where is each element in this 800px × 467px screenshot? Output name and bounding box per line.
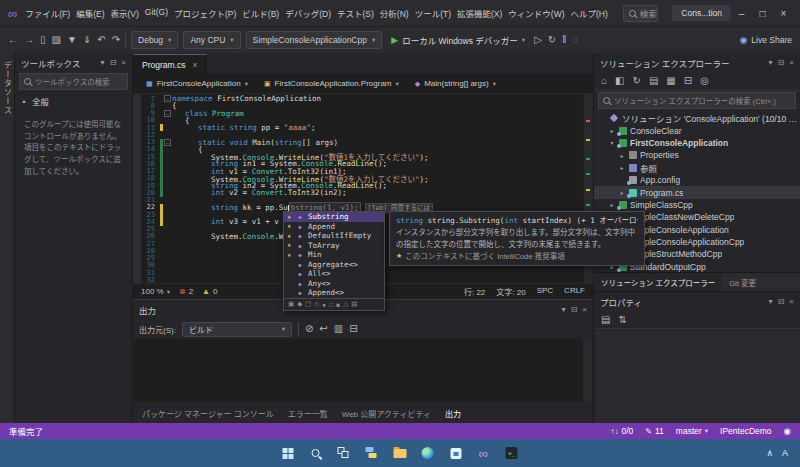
completion-item[interactable]: ★◆Append	[284, 222, 384, 232]
navbar-dropdown[interactable]: ◆Main(string[] args)▾	[408, 79, 503, 88]
completion-filter-icon[interactable]: ▢	[305, 300, 311, 308]
completion-item[interactable]: ◆Any<>	[284, 279, 384, 289]
forward-icon[interactable]: →	[24, 35, 34, 45]
chevron-down-icon[interactable]: ▾	[769, 297, 773, 306]
expand-arrow-icon[interactable]: ▸	[618, 152, 626, 159]
properties-icon[interactable]: ◎	[700, 76, 709, 86]
close-icon[interactable]: ×	[789, 58, 794, 67]
solution-search-input[interactable]: ソリューション エクスプローラーの検索 (Ctrl+;)	[598, 92, 796, 109]
configuration-dropdown[interactable]: Debug ▾	[131, 31, 178, 49]
collapse-all-icon[interactable]: ⊟	[684, 76, 692, 86]
bottom-tab[interactable]: 出力	[445, 408, 461, 419]
menu-item[interactable]: ツール(T)	[412, 4, 454, 22]
menu-item[interactable]: 編集(E)	[73, 4, 107, 22]
bottom-tab[interactable]: パッケージ マネージャー コンソール	[142, 408, 274, 419]
break-all-icon[interactable]: ‖	[562, 35, 566, 45]
taskbar-terminal-icon[interactable]: >_	[502, 443, 522, 463]
expand-arrow-icon[interactable]: ▸	[618, 164, 626, 171]
expand-arrow-icon[interactable]: ▾	[608, 139, 616, 146]
git-sync-status[interactable]: ↑↓ 0/0	[610, 426, 633, 436]
categorized-icon[interactable]: ▤	[601, 315, 610, 325]
save-all-icon[interactable]: ⇓	[83, 35, 91, 45]
pending-edits[interactable]: ✎ 11	[645, 426, 664, 436]
expand-arrow-icon[interactable]: ▸	[608, 201, 616, 208]
home-icon[interactable]: ⌂	[601, 76, 607, 86]
fold-marker-icon[interactable]: −	[164, 139, 171, 146]
completion-filter-icon[interactable]: ◆	[297, 300, 302, 308]
completion-item[interactable]: ★◆Min	[284, 250, 384, 260]
menu-item[interactable]: ビルド(B)	[239, 4, 282, 22]
tree-item[interactable]: ソリューション 'ConsoleApplication' (10/10 プロジェ…	[594, 112, 800, 124]
menu-item[interactable]: 分析(N)	[377, 4, 412, 22]
pin-icon[interactable]: ⊟	[778, 297, 785, 306]
taskbar-file-explorer-icon[interactable]	[390, 443, 410, 463]
menu-item[interactable]: テスト(S)	[334, 4, 377, 22]
platform-dropdown[interactable]: Any CPU ▾	[183, 31, 240, 49]
completion-filter-icon[interactable]: ◇	[314, 300, 319, 308]
chevron-down-icon[interactable]: ▾	[101, 58, 105, 67]
tray-icon[interactable]: A	[782, 448, 788, 458]
completion-filter-icon[interactable]: ▣	[288, 300, 294, 308]
bottom-tab[interactable]: Web 公開アクティビティ	[342, 408, 431, 419]
switch-views-icon[interactable]: ◧	[615, 76, 624, 86]
tree-item[interactable]: ▾FirstConsoleApplication	[594, 137, 800, 149]
close-icon[interactable]: ×	[789, 297, 794, 306]
taskbar-widgets-icon[interactable]	[362, 443, 382, 463]
menu-item[interactable]: 表示(V)	[107, 4, 141, 22]
panel-tab[interactable]: Git 変更	[722, 273, 763, 291]
global-search-box[interactable]: 検索 (Ctrl+Q)	[623, 5, 659, 22]
close-icon[interactable]: ×	[121, 58, 126, 67]
close-icon[interactable]: ×	[582, 305, 587, 314]
completion-item[interactable]: ★◆Substring	[284, 212, 384, 222]
tree-item[interactable]: ▸SimpleClassCpp	[594, 199, 800, 211]
menu-item[interactable]: プロジェクト(P)	[171, 4, 239, 22]
completion-filter-icon[interactable]: △	[343, 300, 348, 308]
nest-files-icon[interactable]: ▤	[649, 76, 658, 86]
find-in-files-icon[interactable]: ◌	[572, 35, 578, 45]
git-branch[interactable]: master ▾	[676, 426, 708, 436]
clear-all-icon[interactable]: ⊘	[305, 324, 313, 334]
completion-item[interactable]: ★◆ToArray	[284, 241, 384, 251]
tree-item[interactable]: ▸Properties	[594, 149, 800, 161]
output-scrollbar[interactable]	[583, 339, 592, 402]
expand-arrow-icon[interactable]: ▸	[618, 189, 626, 196]
back-icon[interactable]: ←	[8, 35, 18, 45]
expand-arrow-icon[interactable]: ▸	[608, 127, 616, 134]
chevron-down-icon[interactable]: ▾	[562, 305, 566, 314]
alphabetical-icon[interactable]: ⇅	[618, 315, 626, 325]
menu-item[interactable]: ファイル(F)	[22, 4, 73, 22]
new-file-icon[interactable]: ▯	[40, 35, 46, 45]
completion-filter-icon[interactable]: ▤	[351, 300, 357, 308]
completion-filter-icon[interactable]: ●	[322, 301, 326, 308]
navbar-dropdown[interactable]: ▣FirstConsoleApplication.Program▾	[257, 79, 406, 88]
live-share-button[interactable]: ◉ Live Share	[740, 35, 793, 45]
output-content[interactable]	[134, 339, 592, 402]
word-wrap-icon[interactable]: ↩	[319, 324, 327, 334]
taskbar-visual-studio-icon[interactable]: ∞	[474, 443, 494, 463]
refresh-icon[interactable]: ↻	[633, 76, 641, 86]
scroll-lock-icon[interactable]: ▥	[334, 324, 343, 334]
tree-item[interactable]: ▸Program.cs	[594, 186, 800, 198]
bottom-tab[interactable]: エラー一覧	[288, 408, 328, 419]
tree-item[interactable]: ▸ConsoleClear	[594, 124, 800, 136]
pin-icon[interactable]: ⊟	[110, 58, 117, 67]
start-without-debugging-icon[interactable]: ▷	[534, 35, 542, 45]
maximize-button[interactable]: □	[752, 6, 773, 21]
show-all-files-icon[interactable]: ▦	[666, 76, 675, 86]
close-button[interactable]: ×	[773, 6, 794, 21]
close-tab-icon[interactable]: ×	[192, 60, 197, 70]
chevron-down-icon[interactable]: ▾	[769, 58, 773, 67]
start-debugging-button[interactable]: ▶ ローカル Windows デバッガー ▾	[387, 34, 529, 46]
fold-marker-icon[interactable]: −	[164, 110, 171, 117]
notifications-bell-icon[interactable]: ◉	[784, 426, 791, 436]
minimize-button[interactable]: –	[731, 6, 752, 21]
open-file-icon[interactable]: ▨	[52, 35, 61, 45]
data-sources-tab[interactable]: データソース	[2, 61, 13, 423]
error-count[interactable]: ⊗ 2	[179, 287, 193, 296]
completion-filter-icon[interactable]: □	[329, 301, 333, 308]
line-ending-mode[interactable]: CRLF	[564, 286, 585, 297]
document-tab-programcs[interactable]: Program.cs ×	[133, 54, 207, 74]
completion-item[interactable]: ◆Aggregate<>	[284, 260, 384, 270]
zoom-dropdown[interactable]: 100 % ▾	[141, 287, 170, 296]
completion-item[interactable]: ◆All<>	[284, 269, 384, 279]
